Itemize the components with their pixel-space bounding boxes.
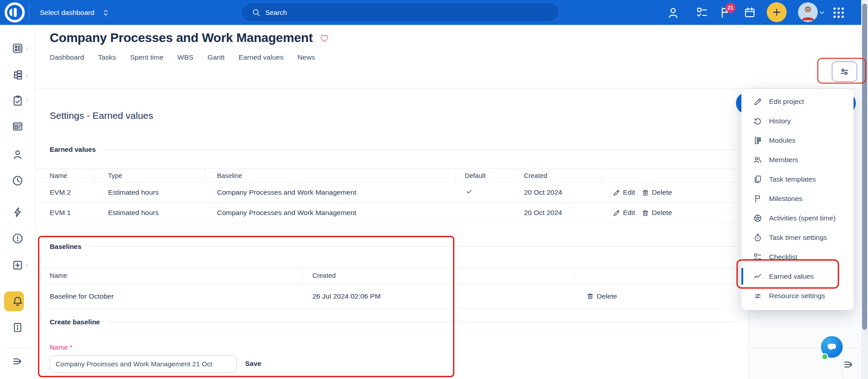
sidebar-item-quick-actions[interactable] <box>0 201 35 223</box>
notification-count-badge: 21 <box>726 3 736 13</box>
user-profile-icon[interactable] <box>666 0 680 25</box>
sidebar-item-alerts[interactable] <box>0 228 35 249</box>
cell-created: 20 Oct 2024 <box>514 188 602 197</box>
select-dashboard-label: Select dashboard <box>40 9 94 17</box>
favorite-heart-icon[interactable] <box>319 33 330 43</box>
quick-add-button[interactable] <box>767 2 787 22</box>
trash-icon <box>642 189 649 197</box>
menu-item-checklist[interactable]: Checklist <box>741 247 854 267</box>
resource-settings-icon <box>753 291 762 300</box>
calendar-icon <box>744 6 756 19</box>
sidebar-item-info[interactable] <box>0 317 35 338</box>
history-icon <box>753 117 762 126</box>
trash-icon <box>586 292 594 300</box>
people-icon <box>666 6 680 19</box>
boards-icon <box>12 121 24 132</box>
add-new-icon <box>12 259 24 271</box>
delete-button[interactable]: Delete <box>586 292 737 300</box>
edit-button[interactable]: Edit <box>613 209 635 217</box>
tab-tasks[interactable]: Tasks <box>98 53 116 61</box>
sidebar-item-dashboards[interactable] <box>0 37 35 59</box>
menu-item-milestones[interactable]: Milestones <box>741 189 854 208</box>
topbar: Select dashboard Search 21 <box>0 0 861 25</box>
cell-created: 20 Oct 2024 <box>514 209 602 217</box>
sidebar-item-tasks-clipboard[interactable] <box>0 90 35 112</box>
delete-button[interactable]: Delete <box>642 188 672 197</box>
activities-icon <box>753 214 762 223</box>
menu-item-history[interactable]: History <box>741 111 854 131</box>
save-button[interactable]: Save <box>245 360 261 368</box>
delete-button[interactable]: Delete <box>642 209 672 217</box>
sidebar-item-time[interactable] <box>0 170 35 192</box>
cell-name: EVM 1 <box>35 209 94 217</box>
menu-item-label: Members <box>769 156 798 164</box>
edit-pencil-icon <box>613 209 620 217</box>
edit-pencil-icon <box>613 189 620 197</box>
cell-baseline: Company Processes and Work Management <box>205 209 456 217</box>
baseline-row: Baseline for October26 Jul 2024 02:06 PM… <box>35 284 737 309</box>
menu-item-label: Resource settings <box>769 292 825 300</box>
tab-spent-time[interactable]: Spent time <box>130 53 163 61</box>
notifications-bell-icon <box>12 295 24 307</box>
edit-button[interactable]: Edit <box>613 188 635 197</box>
tab-earned-values[interactable]: Earned values <box>239 53 283 61</box>
collapse-arrow-icon <box>12 356 24 367</box>
sidebar-item-people[interactable] <box>0 144 35 165</box>
search-input[interactable]: Search <box>242 4 558 21</box>
sidebar-item-boards[interactable] <box>0 116 35 137</box>
avatar-chevron-down-icon[interactable] <box>818 0 826 25</box>
tab-wbs[interactable]: WBS <box>178 53 193 61</box>
scrollbar-thumb[interactable] <box>862 4 867 330</box>
app-logo-icon[interactable] <box>5 2 25 23</box>
cell-actions: EditDelete <box>602 188 737 197</box>
tab-dashboard[interactable]: Dashboard <box>50 53 84 61</box>
chevron-right-icon <box>24 46 29 51</box>
alerts-icon <box>12 233 24 244</box>
modules-icon <box>753 136 762 145</box>
column-header-name: Name <box>35 268 303 283</box>
dashboards-icon <box>12 42 24 54</box>
column-header-actions <box>602 169 737 182</box>
sidebar-item-project-tree[interactable] <box>0 64 35 86</box>
menu-item-label: History <box>769 117 791 125</box>
menu-item-members[interactable]: Members <box>741 150 854 169</box>
column-header-type: Type <box>94 169 205 182</box>
collapse-sidebar-button[interactable] <box>0 351 35 372</box>
bottom-panel-divider <box>748 348 861 348</box>
check-icon <box>465 187 474 196</box>
menu-item-task-timer-settings[interactable]: Task timer settings <box>741 228 854 247</box>
earned-values-table: NameTypeBaselineDefaultCreatedEVM 2Estim… <box>35 168 737 223</box>
earned-values-section-label: Earned values <box>50 145 96 153</box>
sidebar-item-add-new[interactable] <box>0 254 35 276</box>
menu-item-label: Activities (spent time) <box>769 214 835 222</box>
calendar-icon[interactable] <box>744 0 756 25</box>
settings-heading: Settings - Earned values <box>50 110 153 121</box>
project-settings-button[interactable] <box>832 61 857 82</box>
column-header-default: Default <box>456 169 514 182</box>
plus-icon <box>771 7 782 18</box>
project-tree-icon <box>12 69 24 81</box>
column-header-baseline: Baseline <box>205 169 456 182</box>
tab-gantt[interactable]: Gantt <box>208 53 225 61</box>
menu-item-edit-project[interactable]: Edit project <box>741 92 854 111</box>
apps-grid-icon[interactable] <box>832 0 845 25</box>
earned-values-section-header: Earned values <box>50 145 737 153</box>
sidebar-item-notifications-bell[interactable] <box>0 290 35 312</box>
select-dashboard-button[interactable]: Select dashboard <box>40 0 110 25</box>
my-tasks-checklist-icon[interactable] <box>696 0 708 25</box>
menu-item-activities-spent-time[interactable]: Activities (spent time) <box>741 208 854 228</box>
page-title: Company Processes and Work Management <box>50 31 330 45</box>
tab-news[interactable]: News <box>297 53 315 61</box>
cell-name: EVM 2 <box>35 188 94 197</box>
user-avatar[interactable] <box>798 2 818 22</box>
menu-item-modules[interactable]: Modules <box>741 131 854 150</box>
baseline-name-label: Name * <box>50 343 72 351</box>
online-status-dot <box>821 353 828 360</box>
baseline-name-input[interactable] <box>50 355 237 373</box>
menu-item-task-templates[interactable]: Task templates <box>741 169 854 189</box>
menu-item-resource-settings[interactable]: Resource settings <box>741 286 854 305</box>
menu-item-earned-values[interactable]: Earned values <box>741 267 854 286</box>
search-placeholder: Search <box>265 9 287 16</box>
task-templates-icon <box>753 175 762 184</box>
expand-panel-icon[interactable] <box>843 359 854 370</box>
